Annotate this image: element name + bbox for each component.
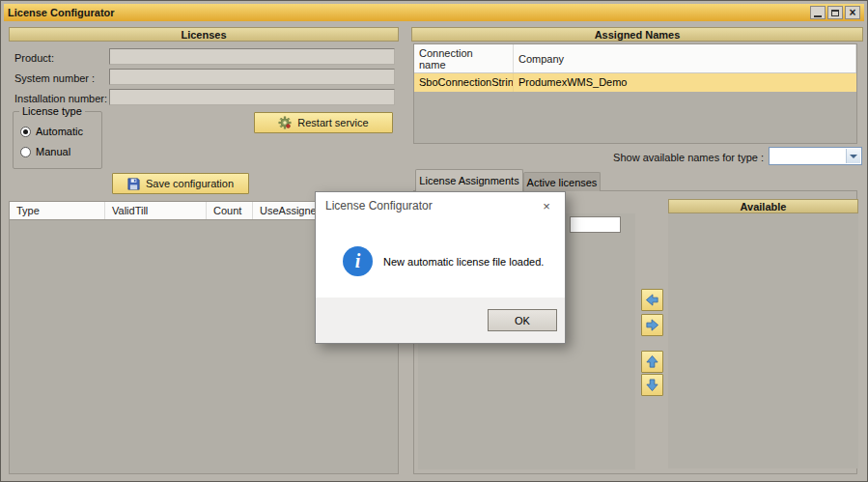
arrow-left-icon (645, 293, 659, 307)
licenses-header: Licenses (9, 27, 399, 42)
column-company[interactable]: Company (514, 44, 856, 72)
gear-icon (278, 116, 292, 129)
assigned-names-table: Connection name Company SboConnectionStr… (413, 43, 857, 144)
dropdown-arrow-icon (846, 149, 860, 163)
assigned-names-table-header: Connection name Company (414, 44, 856, 73)
maximize-button[interactable] (827, 6, 843, 19)
available-header: Available (668, 199, 858, 213)
assigned-names-header: Assigned Names (411, 27, 863, 42)
installation-number-input (109, 89, 395, 105)
save-configuration-label: Save configuration (146, 178, 234, 189)
column-validtill[interactable]: ValidTill (105, 202, 207, 219)
radio-automatic-icon (20, 127, 31, 137)
column-type[interactable]: Type (10, 202, 105, 219)
system-number-input (109, 69, 395, 85)
ok-button[interactable]: OK (488, 309, 557, 331)
license-configurator-window: License Configurator × Licenses Product:… (0, 0, 868, 482)
available-list[interactable] (668, 213, 858, 468)
ok-label: OK (515, 315, 530, 326)
radio-automatic[interactable]: Automatic (20, 126, 83, 137)
license-type-label: License type (19, 105, 85, 117)
arrow-down-icon (645, 378, 659, 392)
column-count[interactable]: Count (207, 202, 253, 219)
maximize-icon (831, 10, 839, 16)
product-label: Product: (14, 52, 54, 64)
tab-active-licenses[interactable]: Active licenses (523, 172, 601, 191)
tab-license-assignments-label: License Assignments (419, 175, 518, 186)
dialog-body: i New automatic license file loaded. (316, 219, 565, 299)
assigned-names-table-body[interactable] (414, 92, 856, 143)
restart-service-label: Restart service (297, 117, 368, 128)
close-button[interactable]: × (845, 6, 860, 19)
dialog-close-icon: × (543, 199, 550, 213)
titlebar[interactable]: License Configurator × (4, 4, 864, 21)
table-row[interactable]: SboConnectionString ProdumexWMS_Demo (414, 73, 856, 92)
save-icon (127, 178, 140, 190)
save-configuration-button[interactable]: Save configuration (112, 173, 249, 194)
radio-manual-label: Manual (36, 146, 70, 157)
dialog-title: License Configurator (316, 199, 433, 213)
license-type-dropdown[interactable] (769, 147, 862, 165)
dialog-message: New automatic license file loaded. (383, 256, 544, 268)
license-type-group: License type Automatic Manual (13, 111, 102, 169)
minimize-icon (814, 15, 822, 17)
column-connection-name[interactable]: Connection name (414, 44, 514, 72)
radio-automatic-label: Automatic (36, 126, 83, 137)
close-icon: × (849, 7, 855, 18)
radio-manual[interactable]: Manual (20, 146, 70, 157)
move-right-button[interactable] (641, 314, 663, 336)
dialog-titlebar[interactable]: License Configurator × (316, 192, 565, 219)
dialog-close-button[interactable]: × (528, 192, 565, 219)
installation-number-label: Installation number: (14, 93, 107, 104)
cell-connection-name: SboConnectionString (414, 73, 514, 92)
message-dialog: License Configurator × i New automatic l… (315, 191, 566, 344)
window-title: License Configurator (8, 7, 115, 18)
show-available-label: Show available names for type : (537, 152, 764, 163)
tab-license-assignments[interactable]: License Assignments (415, 169, 523, 191)
move-down-button[interactable] (641, 374, 663, 396)
cell-company: ProdumexWMS_Demo (514, 73, 856, 92)
radio-manual-icon (20, 147, 31, 157)
arrow-up-icon (645, 354, 659, 369)
dialog-footer: OK (316, 298, 565, 343)
restart-service-button[interactable]: Restart service (254, 112, 393, 133)
info-icon: i (343, 246, 373, 276)
filter-input[interactable] (570, 216, 621, 233)
move-left-button[interactable] (641, 289, 663, 311)
move-up-button[interactable] (641, 351, 663, 373)
window-controls: × (810, 6, 860, 19)
system-number-label: System number : (14, 72, 95, 84)
product-input (109, 48, 395, 65)
tab-active-licenses-label: Active licenses (527, 177, 598, 188)
arrow-right-icon (645, 318, 659, 332)
minimize-button[interactable] (810, 6, 826, 19)
